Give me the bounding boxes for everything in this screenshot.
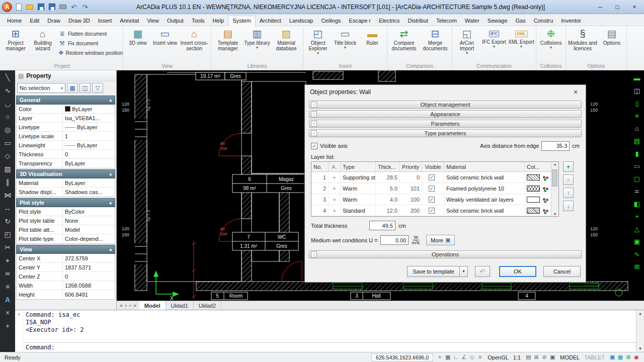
ribbon-tab[interactable]: Help bbox=[209, 16, 228, 26]
draw-arc-tool[interactable]: ◡ bbox=[2, 99, 13, 109]
property-row[interactable]: Transparency ByLayer bbox=[17, 159, 115, 168]
ribbon-tab[interactable]: Draw 3D bbox=[64, 16, 94, 26]
section-appearance[interactable]: ↕ Appearance bbox=[309, 110, 582, 118]
insert-window-tool[interactable]: ◫ bbox=[632, 86, 642, 95]
fix-document-button[interactable]: ⚒Fix document bbox=[58, 40, 121, 47]
next-layout-icon[interactable]: › bbox=[129, 303, 131, 308]
model-space-label[interactable]: MODEL bbox=[559, 354, 581, 360]
tablet-label[interactable]: TABLET bbox=[583, 354, 606, 360]
layers-tool[interactable]: ≡ bbox=[2, 282, 13, 292]
snap-marker-icon[interactable]: ◉ bbox=[632, 354, 640, 360]
lineweight-icon[interactable]: ≡ bbox=[476, 354, 484, 360]
ribbon-tab[interactable]: Insert bbox=[94, 16, 116, 26]
ribbon-tab[interactable]: Home bbox=[3, 16, 26, 26]
template-manager-button[interactable]: ▤Template manager bbox=[212, 27, 244, 51]
terrain-tool[interactable]: ∿ bbox=[632, 249, 642, 258]
draw-ellipse-tool[interactable]: ◎ bbox=[2, 125, 13, 135]
insert-view-button[interactable]: ▭Insert view bbox=[151, 27, 179, 46]
move-layer-up-button[interactable]: ↑ bbox=[563, 188, 574, 198]
display-icon[interactable]: ▣ bbox=[608, 354, 616, 360]
insert-beam-tool[interactable]: ▭ bbox=[632, 161, 642, 170]
ok-button[interactable]: OK bbox=[499, 266, 536, 277]
property-section-general[interactable]: General ▴ bbox=[16, 96, 115, 105]
ribbon-tab[interactable]: Inventor bbox=[557, 16, 585, 26]
scale-indicator[interactable]: 1:1 bbox=[512, 354, 522, 360]
grid-icon[interactable]: ▦ bbox=[444, 354, 452, 360]
hatch-tool[interactable]: ▨ bbox=[2, 164, 13, 174]
print-icon[interactable] bbox=[58, 3, 67, 12]
restore-windows-button[interactable]: ❖Restore windows position bbox=[58, 49, 121, 56]
insert-section-tool[interactable]: ◧ bbox=[632, 199, 642, 208]
property-row[interactable]: Plot style ByColor bbox=[17, 207, 115, 216]
ribbon-tab[interactable]: Architect bbox=[256, 16, 285, 26]
object-explorer-button[interactable]: ◰Object Explorer▾ bbox=[304, 27, 332, 55]
layer-state-icon[interactable]: ▣ bbox=[548, 354, 556, 360]
ribbon-tab[interactable]: Telecom bbox=[432, 16, 461, 26]
property-row[interactable]: Lineweight ByLayer bbox=[17, 141, 115, 150]
arcon-import-button[interactable]: ◱ArCon Import▾ bbox=[453, 27, 480, 55]
pan-tool[interactable]: + bbox=[2, 321, 13, 331]
insert-ceiling-tool[interactable]: ▤ bbox=[632, 136, 642, 145]
property-row[interactable]: Width 1358.0588 bbox=[17, 281, 115, 290]
mirror-tool[interactable]: ⋈ bbox=[2, 190, 13, 200]
new-file-icon[interactable] bbox=[14, 3, 23, 12]
add-element-icon[interactable]: ⊞ bbox=[624, 354, 632, 360]
insert-dimension-tool[interactable]: ≍ bbox=[632, 187, 642, 196]
save-template-dropdown-icon[interactable]: ▾ bbox=[460, 266, 468, 277]
ribbon-tab[interactable]: Annotat bbox=[116, 16, 143, 26]
collisions-button[interactable]: ❉Collisions▾ bbox=[537, 27, 565, 49]
draw-circle-tool[interactable]: ○ bbox=[2, 112, 13, 122]
first-layout-icon[interactable]: « bbox=[120, 303, 123, 308]
property-section-plot-style[interactable]: Plot style ▴ bbox=[16, 198, 115, 207]
insert-axis-tool[interactable]: + bbox=[632, 212, 642, 221]
modules-licences-button[interactable]: §Modules and licences bbox=[567, 27, 598, 51]
ifc-export-button[interactable]: IFCIFC Export▾ bbox=[480, 27, 508, 48]
insert-door-tool[interactable]: ▯ bbox=[632, 99, 642, 108]
ribbon-tab[interactable]: Edit bbox=[26, 16, 43, 26]
save-all-icon[interactable] bbox=[47, 3, 56, 12]
draw-polygon-tool[interactable]: ◇ bbox=[2, 151, 13, 161]
dimension-tool[interactable]: ≍ bbox=[2, 268, 13, 279]
type-library-button[interactable]: ▥Type library▾ bbox=[244, 27, 271, 49]
property-row[interactable]: Plot table type Color-depend... bbox=[17, 234, 115, 243]
layout-tab[interactable]: Model bbox=[139, 301, 166, 310]
ribbon-tab[interactable]: Escape r bbox=[345, 16, 375, 26]
scroll-up-icon[interactable]: ▲ bbox=[639, 311, 641, 316]
layout-tab[interactable]: Układ1 bbox=[166, 301, 194, 310]
property-row[interactable]: Material ByLayer bbox=[17, 178, 115, 188]
ribbon-tab[interactable]: Constru bbox=[530, 16, 557, 26]
visible-checkbox[interactable]: ✓ bbox=[429, 186, 435, 192]
property-row[interactable]: Center Y 1837.5371 bbox=[17, 263, 115, 272]
filter-button[interactable]: ▽ bbox=[92, 83, 103, 93]
save-to-template-button[interactable]: Save to template bbox=[407, 266, 460, 277]
section-operations[interactable]: ↕ Operations bbox=[309, 250, 582, 258]
delete-layer-button[interactable]: × bbox=[563, 174, 574, 185]
ribbon-tab[interactable]: Sewage bbox=[484, 16, 512, 26]
layer-table-row[interactable]: 4 + Standard 12.0 200 ✓ Solid ceramic br… bbox=[311, 205, 551, 216]
material-database-button[interactable]: ▨Material database bbox=[271, 27, 302, 51]
maximize-button[interactable]: □ bbox=[609, 1, 626, 13]
visible-axis-checkbox[interactable]: ✓ bbox=[311, 143, 317, 149]
property-row[interactable]: Linetype scale 1 bbox=[17, 132, 115, 141]
ribbon-tab[interactable]: View bbox=[143, 16, 163, 26]
project-manager-button[interactable]: ⊞Project manager bbox=[2, 27, 29, 51]
ribbon-tab[interactable]: Tools bbox=[188, 16, 209, 26]
redo-icon[interactable]: ↷ bbox=[80, 3, 90, 12]
visible-checkbox[interactable]: ✓ bbox=[429, 197, 435, 203]
property-row[interactable]: Height 606.8491 bbox=[17, 290, 115, 299]
merge-documents-button[interactable]: ⊟Merge documents bbox=[420, 27, 451, 51]
collision-check-tool[interactable]: ⊞ bbox=[632, 262, 642, 271]
erase-tool[interactable]: × bbox=[2, 308, 13, 318]
pick-add-button[interactable]: ◫ bbox=[79, 83, 91, 93]
command-scrollbar[interactable]: ▲ ▼ bbox=[636, 310, 644, 352]
undo-changes-button[interactable]: ↶ bbox=[475, 266, 490, 277]
scroll-down-icon[interactable]: ▼ bbox=[553, 212, 557, 216]
ribbon-tab[interactable]: Output bbox=[163, 16, 188, 26]
move-layer-down-button[interactable]: ↓ bbox=[563, 201, 574, 211]
property-row[interactable]: Plot style table None bbox=[17, 216, 115, 225]
minimize-button[interactable]: ─ bbox=[592, 1, 609, 13]
section-object-management[interactable]: ↕ Object management bbox=[309, 101, 582, 109]
ribbon-tab[interactable]: Gas bbox=[512, 16, 530, 26]
close-command-panel-icon[interactable]: × bbox=[18, 312, 20, 317]
compare-documents-button[interactable]: ⇄Compare documents bbox=[388, 27, 420, 51]
